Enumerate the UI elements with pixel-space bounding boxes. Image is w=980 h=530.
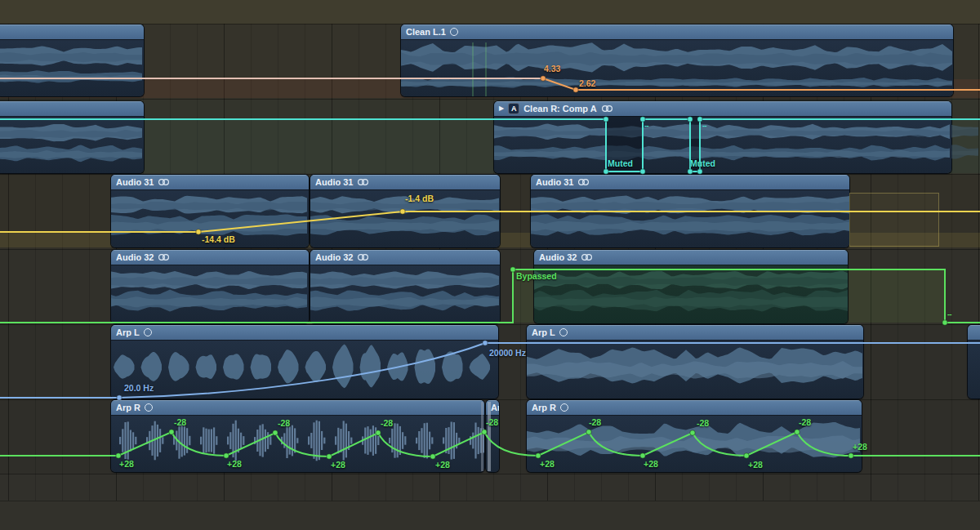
region-title: Audio 31 [116,177,154,187]
region-title: Arp L [116,327,140,337]
waveform [494,116,951,173]
region-overflow-waveform [951,116,980,171]
region-untitled[interactable] [968,325,980,399]
region-arp-l[interactable]: Arp L [111,325,498,399]
take-badge: A [508,103,519,114]
waveform [310,189,500,247]
waveform [527,340,863,399]
region-header: Ar [486,400,499,415]
region-audio-32[interactable]: Audio 32 [534,250,848,323]
stereo-icon [158,253,170,261]
region-header: Audio 32 [111,250,309,265]
waveform [0,39,144,96]
waveform [310,265,500,323]
stereo-icon [357,178,369,186]
top-margin-strip [0,0,980,24]
waveform [111,189,309,247]
bottom-margin-strip [0,501,980,530]
region-header [0,101,144,116]
waveform [534,265,848,323]
stereo-icon [581,253,593,261]
region-header: Audio 32 [310,250,500,265]
region-title: Arp R [116,403,140,412]
region-title: Arp L [532,327,555,337]
region-arp-r[interactable]: Arp R [527,400,862,472]
region-title: Arp R [532,403,556,412]
region-header: Audio 31 [531,175,849,189]
region-title: Clean L.1 [406,27,446,37]
loop-icon [145,403,153,412]
stereo-icon [357,253,369,261]
stereo-icon [158,178,170,186]
stereo-icon [601,105,613,113]
region-title: Audio 32 [116,252,154,262]
region-clean-r-comp-a[interactable]: ▶AClean R: Comp A [494,101,951,173]
region-title: Audio 31 [315,177,353,187]
region-audio-31[interactable]: Audio 31 [310,175,500,247]
region-clean-l-1[interactable]: Clean L.1 [401,24,953,96]
region-header: Clean L.1 [401,24,953,39]
region-audio-31[interactable]: Audio 31 [531,175,849,247]
region-audio-32[interactable]: Audio 32 [310,250,500,323]
region-arp-r[interactable]: Arp R [111,400,484,472]
bottom-grid-strip [0,474,980,501]
region-audio-32[interactable]: Audio 32 [111,250,309,323]
region-audio-31[interactable]: Audio 31 [111,175,309,247]
region-header [968,325,980,340]
region-header: Arp L [527,325,863,340]
region-header [0,24,144,39]
region-untitled[interactable] [0,24,144,96]
region-title: Audio 32 [315,252,353,262]
region-title: Audio 31 [536,177,573,187]
waveform [527,415,862,472]
loop-icon [144,328,152,336]
waveform [0,116,144,173]
waveform [531,189,849,247]
region-header: Audio 32 [534,250,848,265]
loop-icon [450,28,458,36]
region-header: Audio 31 [111,175,309,189]
waveform [111,340,498,399]
loop-icon [559,328,568,336]
region-title: Clean R: Comp A [523,104,596,114]
region-title: Ar [491,403,499,412]
region-header: Arp R [111,400,484,415]
region-untitled[interactable] [0,101,144,173]
stereo-icon [577,178,590,186]
waveform [951,116,980,171]
region-header: ▶AClean R: Comp A [494,101,951,116]
disclosure-play-icon[interactable]: ▶ [499,105,504,112]
region-header: Arp L [111,325,498,340]
waveform [111,415,484,472]
arrange-area: Clean L.1▶AClean R: Comp AAudio 31Audio … [0,0,980,530]
waveform [111,265,309,323]
region-header: Audio 31 [310,175,500,189]
region-header: Arp R [527,400,862,415]
region-arp-l[interactable]: Arp L [527,325,863,399]
region-ar[interactable]: Ar [486,400,499,472]
waveform [401,39,953,96]
region-title: Audio 32 [539,252,577,262]
loop-icon [560,403,568,412]
